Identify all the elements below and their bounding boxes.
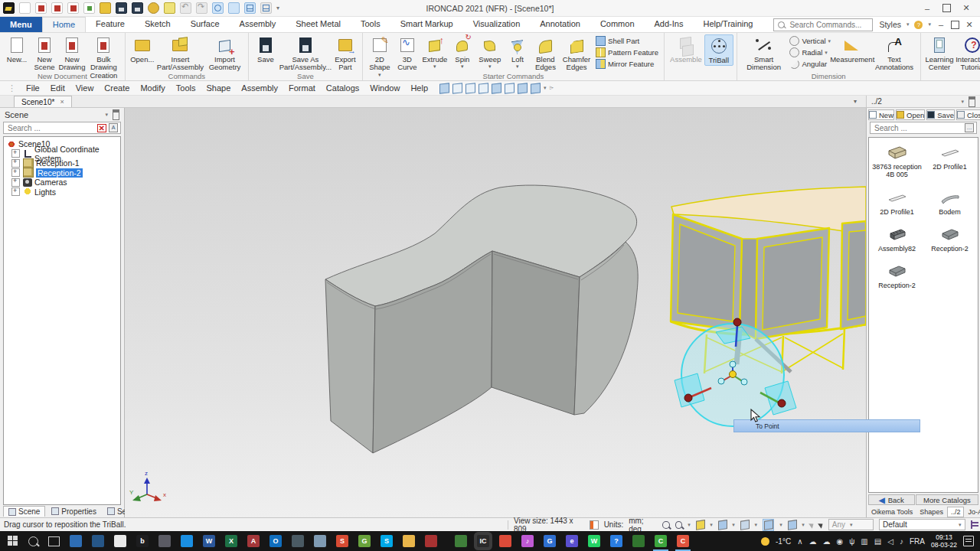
viewport-3d[interactable]: z Y x: [125, 108, 866, 517]
add-part-icon[interactable]: [164, 2, 175, 14]
taskbar-app-grid-app[interactable]: [425, 535, 437, 547]
export-part-button[interactable]: →Export Part: [332, 34, 359, 73]
catalog-search-input[interactable]: [873, 123, 962, 133]
triball-center-x-point[interactable]: [718, 378, 724, 384]
styles-caret-icon[interactable]: ▾: [906, 21, 910, 28]
catalog-tab-oikema-tools[interactable]: Oikema Tools: [868, 507, 916, 517]
interactive-tutorial-button[interactable]: Interactive Tutorial: [955, 34, 980, 73]
new-drawing-button[interactable]: New Drawing: [58, 34, 86, 73]
import-geometry-button[interactable]: Import Geometry: [204, 34, 245, 73]
zoom-in-icon[interactable]: [675, 521, 683, 529]
taskbar-app-recorder-app[interactable]: C: [677, 535, 689, 547]
doc-close-button[interactable]: [965, 20, 974, 30]
catalog-item-bodem[interactable]: Bodem: [923, 189, 976, 216]
panel-tab-properties[interactable]: Properties: [47, 507, 101, 517]
catalog-item-reception-2[interactable]: Reception-2: [871, 262, 923, 289]
menu-view[interactable]: View: [70, 83, 100, 93]
zoom-caret-icon[interactable]: ▾: [688, 522, 691, 528]
triball-right-handle[interactable]: [778, 399, 786, 407]
catalog-menu-caret-icon[interactable]: ▾: [961, 99, 964, 105]
catalog-tab-2[interactable]: ../2: [947, 507, 965, 517]
taskbar-app-skype[interactable]: S: [381, 535, 393, 547]
ribbon-tab-help-training[interactable]: Help/Training: [693, 17, 763, 32]
taskbar-app-database-tool[interactable]: [92, 535, 104, 547]
ribbon-tab-feature[interactable]: Feature: [86, 17, 135, 32]
view-options-caret-icon[interactable]: ▾: [544, 85, 547, 91]
render-style-wireframe-icon[interactable]: [718, 520, 727, 530]
restore-button[interactable]: [942, 4, 951, 12]
taskbar-app-chrome[interactable]: [499, 535, 511, 547]
camera-mode-icon[interactable]: [212, 2, 224, 14]
bulk-drawing-icon[interactable]: [67, 2, 79, 14]
wireframe-view-icon[interactable]: [452, 83, 462, 93]
menu-format[interactable]: Format: [283, 83, 321, 93]
extrude-button[interactable]: Extrude: [421, 34, 449, 70]
taskbar-app-viewer-app[interactable]: [314, 535, 326, 547]
mirror-feature-button[interactable]: Mirror Feature: [596, 59, 658, 69]
units-grid-icon[interactable]: [590, 520, 599, 530]
taskbar-app-utility-app[interactable]: [158, 535, 171, 547]
cursor-mode-icon[interactable]: [818, 521, 825, 528]
tray-microphone-icon[interactable]: ψ: [849, 537, 854, 546]
menu-modify[interactable]: Modify: [135, 83, 170, 93]
selection-mode-icon[interactable]: [788, 520, 797, 530]
doc-check-icon[interactable]: [83, 2, 95, 14]
tray-hidden-icons-chevron-icon[interactable]: ∧: [797, 537, 802, 546]
styles-button[interactable]: Styles: [879, 20, 901, 29]
taskbar-app-blue-app[interactable]: G: [544, 535, 556, 547]
taskbar-app-project-app[interactable]: [632, 535, 645, 547]
menu-assembly[interactable]: Assembly: [236, 83, 283, 93]
triball-center-z-point[interactable]: [730, 361, 736, 367]
triball-button[interactable]: TriBall: [704, 34, 733, 66]
tree-item-cameras[interactable]: Cameras: [4, 178, 120, 187]
zoom-out-icon[interactable]: [662, 521, 670, 529]
menu-window[interactable]: Window: [364, 83, 405, 93]
tray-onedrive-cloud-icon[interactable]: ☁: [808, 537, 816, 546]
tray-display-icon[interactable]: ▤: [874, 537, 881, 546]
render-style-shaded-icon[interactable]: [696, 520, 705, 530]
expander-icon[interactable]: [11, 178, 20, 187]
command-search[interactable]: [773, 18, 873, 31]
qat-more-icon[interactable]: ▾: [276, 5, 279, 11]
scene-panel-pin-icon[interactable]: [113, 109, 119, 120]
expander-icon[interactable]: [11, 187, 20, 196]
pin-icon[interactable]: [969, 96, 975, 107]
catalog-open-button[interactable]: Open: [896, 109, 925, 120]
ribbon-options-caret-icon[interactable]: ▾: [928, 21, 931, 28]
configuration-dropdown[interactable]: Default▾: [879, 519, 965, 530]
ribbon-tab-menu[interactable]: Menu: [0, 17, 42, 32]
radial-dimension-button[interactable]: Radial▾: [789, 47, 831, 57]
ribbon-tab-sketch[interactable]: Sketch: [135, 17, 181, 32]
clear-search-icon[interactable]: ✕: [97, 124, 106, 132]
vertical-dimension-button[interactable]: Vertical▾: [789, 36, 831, 46]
taskbar-clock[interactable]: 09:13 08-03-22: [931, 533, 957, 549]
taskbar-app-teamviewer[interactable]: [181, 535, 193, 547]
render-icon[interactable]: [148, 2, 159, 14]
angular-dimension-button[interactable]: Angular: [789, 59, 831, 69]
menu-create[interactable]: Create: [99, 83, 135, 93]
ribbon-tab-assembly[interactable]: Assembly: [230, 17, 286, 32]
tree-item-lights[interactable]: Lights: [4, 187, 120, 197]
chamfer-edges-button[interactable]: Chamfer Edges: [560, 34, 593, 73]
filter-icon[interactable]: A: [109, 123, 118, 132]
minimize-button[interactable]: [923, 4, 932, 13]
measurement-button[interactable]: Measurement: [833, 34, 871, 64]
blend-edges-button[interactable]: Blend Edges: [531, 34, 560, 73]
catalog-item-reception-2[interactable]: Reception-2: [923, 226, 976, 253]
command-search-input[interactable]: [788, 20, 868, 30]
cursor-mode-secondary-icon[interactable]: [808, 521, 815, 528]
ribbon-tab-annotation[interactable]: Annotation: [530, 17, 590, 32]
tray-audio-device-icon[interactable]: ♪: [900, 537, 903, 546]
shaded-view-icon[interactable]: [439, 83, 449, 93]
ribbon-tab-smart-markup[interactable]: Smart Markup: [390, 17, 463, 32]
taskbar-app-greenshot[interactable]: G: [358, 535, 371, 547]
scene-panel-caret-icon[interactable]: ▾: [105, 112, 108, 118]
camera-view-icon[interactable]: [531, 83, 541, 93]
selection-filter-dropdown[interactable]: Any▾: [828, 519, 874, 530]
save-button[interactable]: Save: [252, 34, 279, 64]
shaded-edges-view-icon[interactable]: [492, 83, 501, 93]
perspective-view-icon[interactable]: [518, 83, 528, 93]
learning-center-button[interactable]: Learning Center: [924, 34, 956, 73]
ribbon-tab-surface[interactable]: Surface: [181, 17, 230, 32]
nav-toggle-icon[interactable]: [228, 2, 240, 14]
